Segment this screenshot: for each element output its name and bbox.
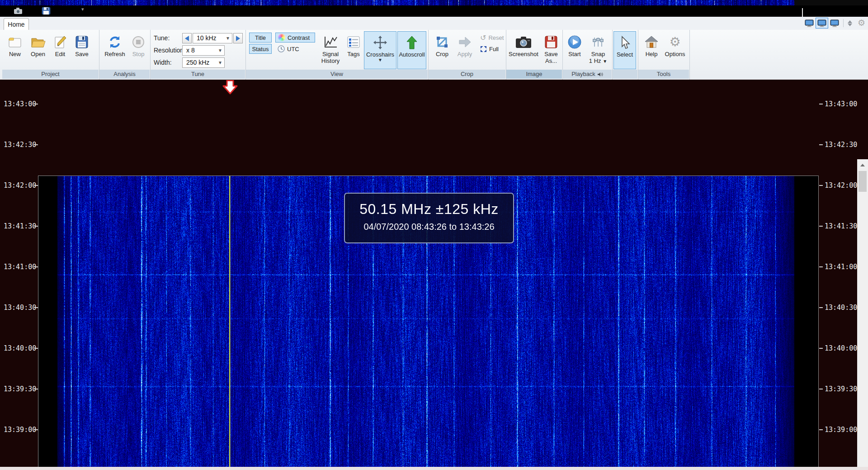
signal-history-label-2: History	[321, 57, 340, 64]
title-toggle-button[interactable]: Title	[249, 33, 272, 43]
refresh-button[interactable]: Refresh	[102, 31, 128, 69]
layout-full-icon[interactable]	[828, 18, 841, 28]
settings-gear-icon[interactable]: ⚙	[858, 19, 865, 28]
save-button[interactable]: Save	[71, 31, 92, 69]
width-dropdown[interactable]: 250 kHz▼	[182, 57, 225, 68]
time-label: 13:43:00	[825, 100, 856, 109]
tune-label: Tune:	[154, 34, 170, 42]
playback-label-text: Playback	[571, 70, 595, 79]
time-tick	[819, 429, 823, 430]
status-toggle-button[interactable]: Status	[249, 44, 272, 54]
help-home-icon	[644, 33, 659, 51]
reset-icon: ↺	[480, 33, 486, 42]
group-playback: Start Snap 1 Hz ▼ Playback	[562, 30, 613, 80]
open-label: Open	[31, 51, 45, 57]
quick-save-icon[interactable]	[42, 7, 51, 15]
open-button[interactable]: Open	[27, 31, 49, 69]
tab-home[interactable]: Home	[4, 18, 29, 30]
stop-label: Stop	[132, 51, 145, 57]
tags-button[interactable]: Tags	[344, 31, 363, 69]
layout-single-icon[interactable]	[803, 18, 816, 28]
options-label: Options	[665, 51, 685, 57]
save-as-button[interactable]: Save As...	[541, 31, 561, 69]
group-label-project: Project	[2, 70, 99, 79]
options-gear-icon: ⚙	[669, 33, 680, 51]
refresh-icon	[108, 33, 122, 51]
tune-step-dropdown[interactable]: 10 kHz▼	[193, 33, 232, 43]
apply-button[interactable]: Apply	[454, 31, 475, 69]
view-layout-controls: ⚙	[803, 19, 865, 28]
snap-button[interactable]: Snap 1 Hz ▼	[587, 31, 609, 69]
app-camera-icon[interactable]	[14, 7, 23, 15]
vertical-scrollbar[interactable]	[857, 159, 868, 470]
select-toggle-button[interactable]: Select	[613, 31, 636, 69]
apply-label: Apply	[458, 51, 472, 57]
crosshairs-dropdown-icon[interactable]: ▼	[378, 58, 382, 62]
stop-button[interactable]: Stop	[129, 31, 148, 69]
tune-step-up-button[interactable]	[233, 33, 243, 43]
contrast-toggle-button[interactable]: Contrast	[275, 33, 315, 43]
time-tick	[34, 307, 38, 308]
crop-label: Crop	[436, 51, 448, 57]
group-label-crop: Crop	[429, 70, 505, 79]
time-label: 13:40:30	[4, 303, 33, 312]
save-label: Save	[75, 51, 89, 57]
autoscroll-toggle-button[interactable]: Autoscroll	[397, 31, 426, 69]
resolution-dropdown[interactable]: x 8▼	[182, 45, 225, 56]
controls-separator	[843, 19, 844, 27]
edit-label: Edit	[55, 51, 65, 57]
titlebar: ▾	[0, 5, 868, 17]
tune-step-down-button[interactable]	[182, 33, 192, 43]
time-range-text: 04/07/2020 08:43:26 to 13:43:26	[345, 222, 513, 232]
width-label: Width:	[154, 59, 172, 66]
spin-updown-icon[interactable]	[846, 18, 854, 28]
window-bottom-edge	[0, 467, 868, 470]
tune-step-value: 10 kHz	[197, 34, 217, 42]
new-button[interactable]: New	[5, 31, 25, 69]
group-label-tools: Tools	[638, 70, 689, 79]
signal-history-icon	[323, 33, 338, 51]
reset-button[interactable]: ↺ Reset	[478, 33, 505, 43]
crosshairs-label: Crosshairs	[366, 51, 394, 58]
scrollbar-thumb[interactable]	[859, 171, 867, 192]
crop-button[interactable]: Crop	[432, 31, 453, 69]
ribbon: New Open Edit Save Project	[0, 30, 868, 80]
screenshot-camera-icon	[515, 33, 532, 51]
options-button[interactable]: ⚙ Options	[662, 31, 688, 69]
stop-icon	[132, 33, 145, 51]
layout-split-icon[interactable]	[816, 18, 828, 28]
time-tick	[819, 348, 823, 349]
screenshot-button[interactable]: Screenshot	[507, 31, 540, 69]
time-label: 13:41:00	[4, 262, 33, 271]
waterfall-area: 13:43:0013:42:3013:42:0013:41:3013:41:00…	[0, 80, 868, 467]
save-as-label-2: As...	[545, 57, 557, 64]
snap-sliders-icon	[591, 33, 605, 51]
ribbon-tab-row: Home ⚙	[0, 17, 868, 30]
help-button[interactable]: Help	[642, 31, 661, 69]
edit-button[interactable]: Edit	[51, 31, 70, 69]
time-tick	[819, 104, 823, 104]
group-crop: Crop Apply ↺ Reset Full Crop	[428, 30, 506, 80]
full-button[interactable]: Full	[478, 44, 504, 54]
utc-toggle-button[interactable]: UTC	[275, 44, 307, 54]
screenshot-label: Screenshot	[509, 51, 538, 57]
signal-history-label-1: Signal	[322, 51, 339, 57]
group-label-analysis: Analysis	[99, 70, 150, 79]
open-folder-icon	[30, 33, 46, 51]
tune-marker-arrow[interactable]	[222, 80, 238, 95]
time-tick	[34, 348, 38, 349]
crosshairs-toggle-button[interactable]: Crosshairs ▼	[364, 31, 396, 69]
autoscroll-label: Autoscroll	[399, 51, 425, 58]
signal-history-button[interactable]: Signal History	[318, 31, 343, 69]
scroll-up-button[interactable]	[857, 159, 868, 170]
save-floppy-icon	[75, 33, 89, 51]
quick-access-dropdown-icon[interactable]: ▾	[81, 6, 84, 12]
select-cursor-icon	[618, 34, 631, 51]
snap-rate-value[interactable]: 1 Hz ▼	[589, 57, 607, 65]
group-label-playback: Playback	[563, 70, 612, 79]
start-button[interactable]: Start	[564, 31, 585, 69]
time-label: 13:42:30	[825, 140, 856, 149]
time-label: 13:42:00	[825, 181, 856, 190]
time-tick	[34, 389, 38, 389]
full-expand-icon	[480, 46, 487, 52]
